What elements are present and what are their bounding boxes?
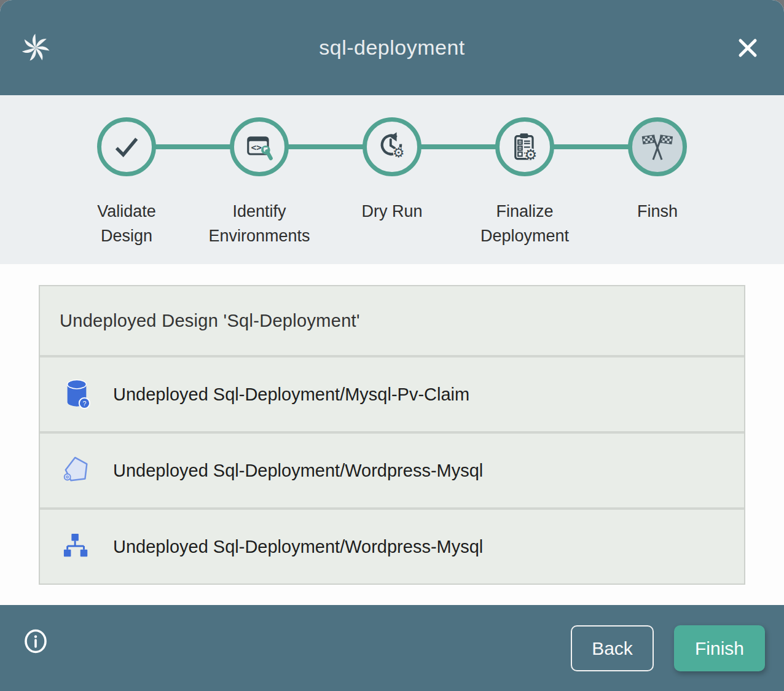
undeploy-status-list: Undeployed Design 'Sql-Deployment' ? Und… — [39, 285, 745, 585]
dialog-header: sql-deployment — [0, 0, 784, 95]
list-item: ? Undeployed Sql-Deployment/Mysql-Pv-Cla… — [40, 357, 744, 431]
check-icon — [97, 117, 156, 176]
svg-text:<>: <> — [251, 142, 262, 152]
wizard-stepper: Validate Design <> Identify — [0, 95, 784, 264]
list-item-text: Undeployed Sql-Deployment/Mysql-Pv-Claim — [113, 385, 469, 405]
list-header-text: Undeployed Design 'Sql-Deployment' — [60, 311, 360, 331]
list-item: Undeployed Sql-Deployment/Wordpress-Mysq… — [40, 434, 744, 507]
step-label: Finalize Deployment — [472, 199, 577, 248]
hierarchy-icon — [63, 529, 91, 564]
close-icon[interactable] — [735, 35, 761, 61]
list-item-text: Undeployed Sql-Deployment/Wordpress-Mysq… — [113, 461, 483, 481]
step-dry-run: ⚙ Dry Run — [326, 95, 458, 248]
deployment-wizard-dialog: sql-deployment Validate Design — [0, 0, 784, 691]
step-label: Validate Design — [74, 199, 179, 248]
step-label: Dry Run — [361, 199, 422, 224]
svg-text:?: ? — [83, 400, 87, 407]
dialog-footer: Back Finish — [0, 605, 784, 691]
pentagon-icon — [63, 453, 91, 488]
dialog-body: Undeployed Design 'Sql-Deployment' ? Und… — [0, 264, 784, 605]
refresh-gear-icon: ⚙ — [363, 117, 421, 176]
info-icon[interactable] — [23, 628, 48, 654]
step-validate-design: Validate Design — [60, 95, 193, 248]
dialog-title: sql-deployment — [319, 36, 465, 60]
list-item-text: Undeployed Sql-Deployment/Wordpress-Mysq… — [113, 537, 483, 557]
finish-button[interactable]: Finish — [674, 625, 765, 671]
list-header-row: Undeployed Design 'Sql-Deployment' — [40, 286, 744, 355]
svg-text:⚙: ⚙ — [524, 146, 537, 163]
list-item: Undeployed Sql-Deployment/Wordpress-Mysq… — [40, 510, 744, 584]
step-finish: Finsh — [591, 95, 724, 248]
step-identify-environments: <> Identify Environments — [193, 95, 326, 248]
step-label: Finsh — [637, 199, 678, 224]
database-icon: ? — [63, 377, 91, 412]
step-label: Identify Environments — [207, 199, 312, 248]
back-button[interactable]: Back — [571, 625, 654, 671]
code-window-wrench-icon: <> — [230, 117, 289, 176]
step-finalize-deployment: ⚙ Finalize Deployment — [458, 95, 591, 248]
checkered-flags-icon — [628, 117, 687, 176]
meshery-logo-icon — [20, 33, 51, 63]
clipboard-gear-icon: ⚙ — [495, 117, 554, 176]
svg-text:⚙: ⚙ — [393, 145, 404, 160]
